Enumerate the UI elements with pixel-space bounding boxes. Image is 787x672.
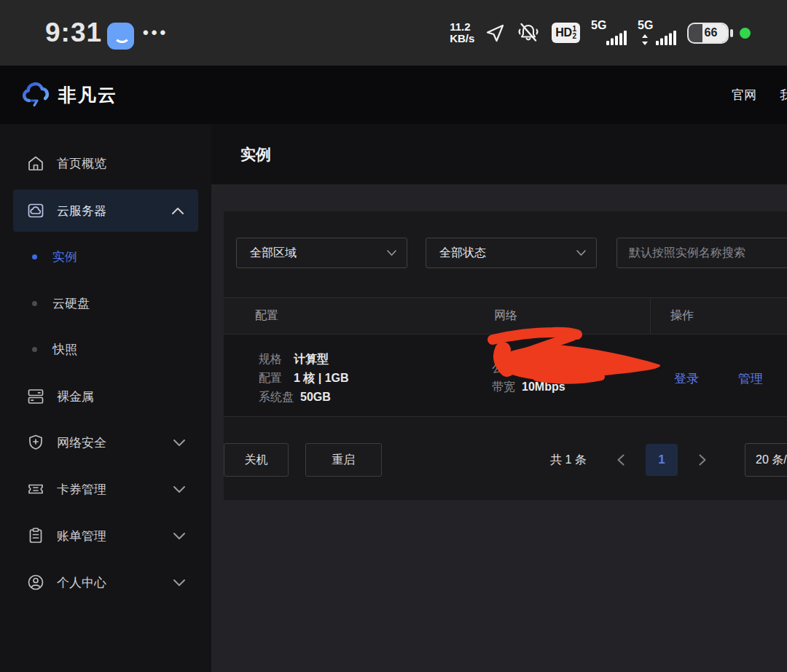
spec-line: 规格 计算型 bbox=[259, 350, 329, 369]
bandwidth-label: 带宽 bbox=[492, 380, 522, 395]
nav-official-site[interactable]: 官网 bbox=[732, 66, 756, 124]
table-header: 配置 网络 操作 bbox=[224, 297, 787, 335]
pagination-prev-button[interactable] bbox=[617, 443, 624, 477]
sidebar-item-snapshot[interactable]: 快照 bbox=[0, 335, 211, 364]
battery-indicator: 66 bbox=[687, 23, 729, 44]
recording-indicator-dot bbox=[740, 28, 751, 39]
bandwidth-value: 10Mbps bbox=[522, 380, 565, 394]
nav-truncated-item[interactable]: 我 bbox=[780, 66, 787, 124]
more-notifications-dots: ••• bbox=[143, 23, 168, 42]
chevron-down-icon bbox=[387, 250, 396, 256]
sidebar-item-label: 云服务器 bbox=[57, 203, 106, 219]
signal-sim1: 5G bbox=[591, 19, 627, 47]
manage-link[interactable]: 管理 bbox=[738, 369, 763, 388]
cloud-server-icon bbox=[26, 201, 45, 220]
bandwidth-line: 带宽 10Mbps bbox=[492, 378, 565, 396]
sidebar-item-label: 网络安全 bbox=[57, 434, 106, 451]
page-size-select[interactable]: 20 条/页 bbox=[745, 443, 787, 477]
instance-list-card: 全部区域 全部状态 配置 网络 操作 bbox=[224, 211, 787, 500]
sidebar-item-label: 裸金属 bbox=[57, 388, 94, 405]
signal-bars-icon bbox=[606, 30, 627, 45]
region-filter-value: 全部区域 bbox=[250, 246, 297, 261]
page-title: 实例 bbox=[240, 144, 271, 165]
signal1-label: 5G bbox=[591, 19, 606, 32]
shutdown-button[interactable]: 关机 bbox=[224, 443, 289, 477]
chevron-down-icon bbox=[173, 579, 185, 586]
status-indicators: 11.2 KB/s HD 1 bbox=[450, 0, 751, 66]
sidebar-item-personal-center[interactable]: 个人中心 bbox=[0, 564, 211, 601]
data-arrows-icon bbox=[642, 34, 648, 45]
app-header: 非凡云 官网 我 bbox=[0, 66, 787, 124]
status-filter-value: 全部状态 bbox=[439, 246, 486, 261]
config-label: 配置 bbox=[259, 371, 294, 386]
status-bar: 9:31 ••• 11.2 KB/s bbox=[0, 0, 787, 66]
sidebar-item-billing-management[interactable]: 账单管理 bbox=[0, 517, 211, 554]
home-icon bbox=[26, 154, 45, 173]
brand-name: 非凡云 bbox=[58, 66, 117, 124]
pagination-next-button[interactable] bbox=[699, 443, 706, 477]
server-stack-icon bbox=[26, 387, 45, 406]
sidebar-item-label: 账单管理 bbox=[57, 528, 106, 544]
column-actions: 操作 bbox=[670, 298, 694, 334]
sidebar-item-instances[interactable]: 实例 bbox=[0, 242, 211, 271]
sidebar-item-label: 快照 bbox=[52, 341, 77, 358]
signal2-label: 5G bbox=[638, 19, 653, 32]
sidebar-item-label: 首页概览 bbox=[57, 155, 106, 172]
sidebar-item-label: 个人中心 bbox=[57, 574, 106, 591]
column-network: 网络 bbox=[494, 298, 517, 334]
sidebar-item-cloud-server[interactable]: 云服务器 bbox=[13, 190, 198, 232]
disk-value: 50GB bbox=[300, 391, 331, 404]
column-config: 配置 bbox=[255, 298, 278, 334]
public-ip-line: 公网 bbox=[492, 359, 515, 378]
signal-bars-icon bbox=[656, 30, 676, 45]
sidebar-item-network-security[interactable]: 网络安全 bbox=[0, 424, 211, 461]
table-row: 规格 计算型 配置 1 核 | 1GB 系统盘 50GB 公网 带宽 10Mbp… bbox=[224, 335, 787, 417]
brand-cloud-logo-icon bbox=[20, 81, 52, 112]
notification-app-icon bbox=[107, 23, 134, 50]
location-icon bbox=[485, 23, 505, 43]
sidebar-item-home-overview[interactable]: 首页概览 bbox=[0, 145, 211, 181]
config-value: 1 核 | 1GB bbox=[294, 371, 349, 386]
config-line: 配置 1 核 | 1GB bbox=[259, 369, 349, 388]
chevron-down-icon bbox=[173, 439, 185, 446]
status-filter-select[interactable]: 全部状态 bbox=[426, 238, 597, 268]
pagination-page-1[interactable]: 1 bbox=[646, 444, 678, 476]
spec-label: 规格 bbox=[259, 352, 294, 367]
sidebar: 首页概览 云服务器 实例 云硬盘 bbox=[0, 124, 211, 672]
network-speed-unit: KB/s bbox=[450, 33, 474, 44]
clock: 9:31 bbox=[45, 17, 102, 48]
region-filter-select[interactable]: 全部区域 bbox=[236, 238, 407, 268]
login-link[interactable]: 登录 bbox=[674, 369, 699, 388]
disk-line: 系统盘 50GB bbox=[259, 388, 331, 407]
disk-label: 系统盘 bbox=[259, 390, 300, 405]
sidebar-item-bare-metal[interactable]: 裸金属 bbox=[0, 378, 211, 415]
network-speed-value: 11.2 bbox=[450, 21, 474, 33]
ticket-icon bbox=[26, 480, 45, 499]
page-title-bar: 实例 bbox=[211, 124, 787, 184]
bullet-icon bbox=[32, 347, 37, 352]
sidebar-item-cloud-disk[interactable]: 云硬盘 bbox=[0, 289, 211, 318]
search-input[interactable] bbox=[627, 246, 787, 260]
public-ip-label: 公网 bbox=[492, 361, 515, 376]
chevron-up-icon bbox=[172, 208, 184, 214]
mute-bell-icon bbox=[516, 22, 541, 44]
battery-nub bbox=[730, 29, 733, 37]
screen: 9:31 ••• 11.2 KB/s bbox=[0, 0, 787, 672]
network-speed: 11.2 KB/s bbox=[450, 21, 474, 44]
shield-plus-icon bbox=[26, 433, 45, 452]
chevron-down-icon bbox=[173, 533, 185, 539]
sidebar-item-label: 实例 bbox=[52, 249, 77, 265]
volte-hd-badge: HD 1 2 bbox=[552, 23, 580, 43]
sidebar-item-label: 云硬盘 bbox=[52, 295, 90, 312]
hd-sim2: 2 bbox=[572, 33, 576, 40]
sidebar-item-coupon-management[interactable]: 卡券管理 bbox=[0, 471, 211, 507]
clipboard-icon bbox=[26, 526, 45, 545]
battery-percent: 66 bbox=[693, 23, 729, 44]
chevron-down-icon bbox=[173, 486, 185, 493]
spec-value: 计算型 bbox=[294, 352, 329, 367]
user-circle-icon bbox=[26, 573, 45, 592]
hd-label: HD bbox=[555, 26, 571, 39]
restart-button[interactable]: 重启 bbox=[305, 443, 382, 477]
bullet-active-icon bbox=[32, 254, 37, 259]
total-count: 共 1 条 bbox=[550, 443, 587, 477]
